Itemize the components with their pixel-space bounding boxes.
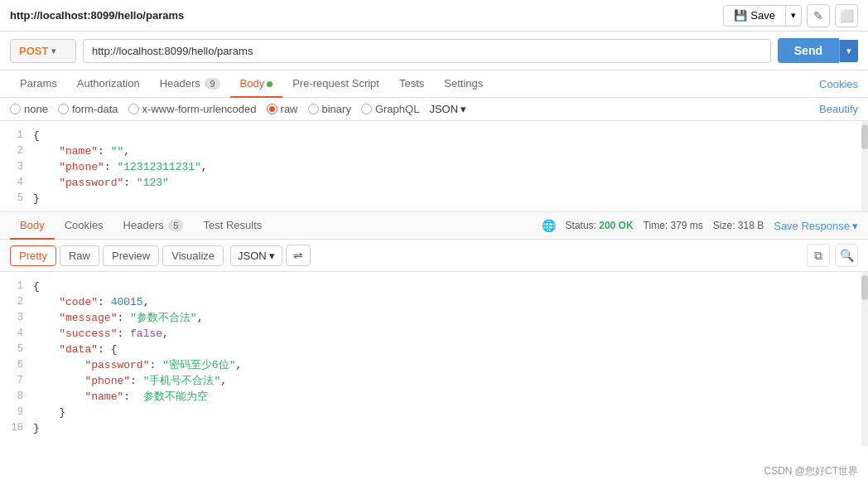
cookies-link[interactable]: Cookies <box>819 78 858 90</box>
top-bar-actions: 💾 Save ▾ ✎ ⬜ <box>723 4 858 27</box>
status-label: Status: 200 OK <box>566 220 634 231</box>
response-json-select[interactable]: JSON ▾ <box>230 245 282 266</box>
radio-graphql-circle <box>361 104 372 114</box>
tab-authorization[interactable]: Authorization <box>67 70 150 98</box>
time-label: Time: 379 ms <box>644 220 703 231</box>
status-value: 200 OK <box>599 220 633 231</box>
send-button[interactable]: Send <box>778 38 839 63</box>
method-select[interactable]: POST ▾ <box>10 39 76 63</box>
tab-body[interactable]: Body <box>230 70 283 98</box>
radio-none-circle <box>10 104 21 114</box>
response-tabs: Body Cookies Headers 5 Test Results 🌐 St… <box>0 212 868 240</box>
res-line-2: 2 "code": 40015, <box>0 294 868 310</box>
request-bar: POST ▾ Send ▾ <box>0 32 868 70</box>
save-btn-group: 💾 Save ▾ <box>723 5 802 27</box>
req-line-5: 5 } <box>0 191 868 206</box>
radio-raw[interactable]: raw <box>267 103 298 115</box>
beautify-button[interactable]: Beautify <box>819 103 858 115</box>
method-label: POST <box>19 45 48 57</box>
fmt-raw-button[interactable]: Raw <box>60 245 99 266</box>
window-button[interactable]: ⬜ <box>835 4 858 27</box>
radio-x-www-circle <box>128 104 139 114</box>
radio-form-data-circle <box>58 104 69 114</box>
radio-binary[interactable]: binary <box>308 103 351 115</box>
url-input[interactable] <box>83 39 771 63</box>
radio-none[interactable]: none <box>10 103 48 115</box>
radio-raw-circle <box>267 104 277 114</box>
size-value: 318 B <box>738 220 764 231</box>
copy-button[interactable]: ⧉ <box>807 244 830 267</box>
res-line-3: 3 "message": "参数不合法", <box>0 310 868 326</box>
save-response-chevron-icon: ▾ <box>852 220 858 232</box>
response-format-bar: Pretty Raw Preview Visualize JSON ▾ ⇌ ⧉ … <box>0 240 868 272</box>
req-line-4: 4 "password": "123" <box>0 175 868 191</box>
req-scrollbar-thumb <box>861 124 868 149</box>
save-button[interactable]: 💾 Save <box>724 6 785 25</box>
edit-button[interactable]: ✎ <box>807 4 830 27</box>
format-bar-right-actions: ⧉ 🔍 <box>807 244 858 267</box>
response-json-chevron-icon: ▾ <box>269 250 275 262</box>
req-line-3: 3 "phone": "12312311231", <box>0 159 868 175</box>
res-scrollbar[interactable] <box>861 272 868 446</box>
radio-form-data[interactable]: form-data <box>58 103 118 115</box>
tab-params[interactable]: Params <box>10 70 67 98</box>
response-tab-headers[interactable]: Headers 5 <box>113 212 194 240</box>
radio-x-www[interactable]: x-www-form-urlencoded <box>128 103 257 115</box>
res-line-4: 4 "success": false, <box>0 326 868 342</box>
body-type-bar: none form-data x-www-form-urlencoded raw… <box>0 98 868 121</box>
top-bar: http://localhost:8099/hello/params 💾 Sav… <box>0 0 868 32</box>
response-body-editor[interactable]: 1 { 2 "code": 40015, 3 "message": "参数不合法… <box>0 272 868 446</box>
globe-icon: 🌐 <box>542 219 556 232</box>
wrap-button[interactable]: ⇌ <box>286 245 311 266</box>
radio-graphql[interactable]: GraphQL <box>361 103 419 115</box>
method-chevron-icon: ▾ <box>51 46 55 56</box>
req-scrollbar[interactable] <box>861 121 868 211</box>
res-line-8: 8 "name": 参数不能为空 <box>0 389 868 405</box>
time-value: 379 ms <box>670 220 702 231</box>
res-line-10: 10 } <box>0 420 868 436</box>
res-line-7: 7 "phone": "手机号不合法", <box>0 373 868 389</box>
res-scrollbar-thumb <box>861 275 868 300</box>
radio-binary-circle <box>308 104 319 114</box>
send-btn-group: Send ▾ <box>778 38 858 63</box>
tab-prerequest[interactable]: Pre-request Script <box>282 70 389 98</box>
send-dropdown-button[interactable]: ▾ <box>839 40 858 62</box>
tab-headers[interactable]: Headers 9 <box>150 70 230 98</box>
json-chevron-icon: ▾ <box>461 103 466 115</box>
response-tab-body[interactable]: Body <box>10 212 55 240</box>
save-dropdown-button[interactable]: ▾ <box>786 7 801 24</box>
search-button[interactable]: 🔍 <box>835 244 858 267</box>
response-section: Body Cookies Headers 5 Test Results 🌐 St… <box>0 212 868 446</box>
res-line-6: 6 "password": "密码至少6位", <box>0 357 868 373</box>
request-body-editor[interactable]: 1 { 2 "name": "", 3 "phone": "1231231123… <box>0 121 868 212</box>
fmt-visualize-button[interactable]: Visualize <box>162 245 224 266</box>
response-tab-cookies[interactable]: Cookies <box>55 212 113 240</box>
json-type-select[interactable]: JSON ▾ <box>429 103 466 115</box>
res-line-9: 9 } <box>0 405 868 420</box>
res-line-5: 5 "data": { <box>0 342 868 357</box>
fmt-pretty-button[interactable]: Pretty <box>10 245 56 266</box>
request-tabs: Params Authorization Headers 9 Body Pre-… <box>0 70 868 98</box>
tab-tests[interactable]: Tests <box>389 70 434 98</box>
fmt-preview-button[interactable]: Preview <box>103 245 159 266</box>
save-response-button[interactable]: Save Response ▾ <box>774 220 858 232</box>
res-line-1: 1 { <box>0 279 868 294</box>
req-line-2: 2 "name": "", <box>0 143 868 159</box>
tab-settings[interactable]: Settings <box>434 70 493 98</box>
top-bar-url: http://localhost:8099/hello/params <box>10 9 723 22</box>
req-line-1: 1 { <box>0 128 868 143</box>
save-icon: 💾 <box>734 9 747 22</box>
size-label: Size: 318 B <box>713 220 764 231</box>
response-tab-test-results[interactable]: Test Results <box>193 212 272 240</box>
response-status-bar: 🌐 Status: 200 OK Time: 379 ms Size: 318 … <box>542 219 858 232</box>
